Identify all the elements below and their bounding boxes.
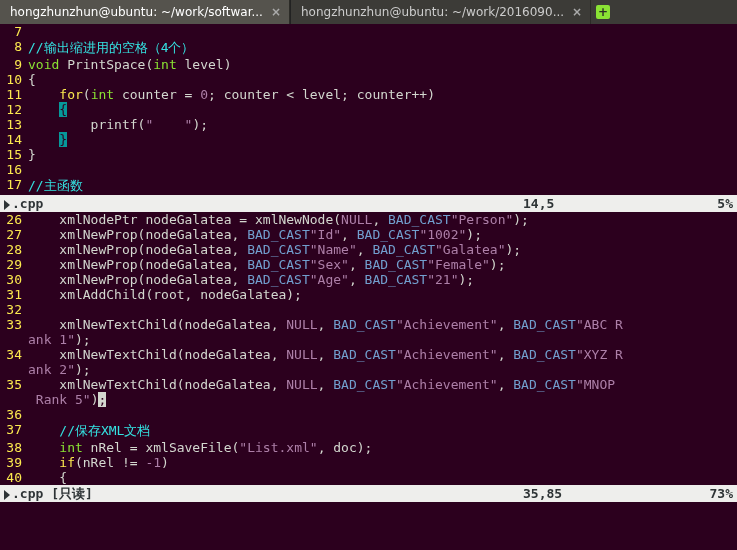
code-text: void PrintSpace(int level) bbox=[28, 57, 737, 72]
line-number: 32 bbox=[0, 302, 28, 317]
code-text: ank 1"); bbox=[28, 332, 737, 347]
status-filename: .cpp bbox=[12, 196, 43, 211]
line-number bbox=[0, 392, 28, 407]
editor-pane-top[interactable]: 78//输出缩进用的空格（4个）9void PrintSpace(int lev… bbox=[0, 24, 737, 195]
line-number: 13 bbox=[0, 117, 28, 132]
code-line: 10{ bbox=[0, 72, 737, 87]
line-number: 40 bbox=[0, 470, 28, 485]
line-number: 8 bbox=[0, 39, 28, 57]
code-line: 31 xmlAddChild(root, nodeGalatea); bbox=[0, 287, 737, 302]
line-number: 12 bbox=[0, 102, 28, 117]
line-number: 30 bbox=[0, 272, 28, 287]
code-line: 28 xmlNewProp(nodeGalatea, BAD_CAST"Name… bbox=[0, 242, 737, 257]
code-line: 37 //保存XML文档 bbox=[0, 422, 737, 440]
code-line: 9void PrintSpace(int level) bbox=[0, 57, 737, 72]
line-number: 7 bbox=[0, 24, 28, 39]
code-line: 40 { bbox=[0, 470, 737, 485]
status-scroll-pct: 73% bbox=[693, 485, 733, 502]
code-line: Rank 5"); bbox=[0, 392, 737, 407]
code-text: { bbox=[28, 102, 737, 117]
code-line: 36 bbox=[0, 407, 737, 422]
code-text: xmlNewProp(nodeGalatea, BAD_CAST"Sex", B… bbox=[28, 257, 737, 272]
code-text: xmlNewTextChild(nodeGalatea, NULL, BAD_C… bbox=[28, 317, 737, 332]
line-number: 26 bbox=[0, 212, 28, 227]
line-number: 11 bbox=[0, 87, 28, 102]
code-text: xmlAddChild(root, nodeGalatea); bbox=[28, 287, 737, 302]
terminal-tab-2[interactable]: hongzhunzhun@ubuntu: ~/work/2016090... × bbox=[291, 0, 591, 24]
code-text: xmlNewProp(nodeGalatea, BAD_CAST"Name", … bbox=[28, 242, 737, 257]
code-line: 15} bbox=[0, 147, 737, 162]
code-line: 17//主函数 bbox=[0, 177, 737, 195]
line-number: 34 bbox=[0, 347, 28, 362]
status-scroll-pct: 5% bbox=[693, 195, 733, 212]
code-text: xmlNewProp(nodeGalatea, BAD_CAST"Id", BA… bbox=[28, 227, 737, 242]
line-number: 29 bbox=[0, 257, 28, 272]
code-line: 16 bbox=[0, 162, 737, 177]
status-cursor-pos: 35,85 bbox=[523, 485, 693, 502]
arrow-right-icon bbox=[4, 490, 10, 500]
status-filename: .cpp bbox=[12, 486, 43, 501]
code-text: xmlNodePtr nodeGalatea = xmlNewNode(NULL… bbox=[28, 212, 737, 227]
code-line: 39 if(nRel != -1) bbox=[0, 455, 737, 470]
code-line: 27 xmlNewProp(nodeGalatea, BAD_CAST"Id",… bbox=[0, 227, 737, 242]
code-line: 13 printf(" "); bbox=[0, 117, 737, 132]
code-line: 38 int nRel = xmlSaveFile("List.xml", do… bbox=[0, 440, 737, 455]
code-text: //保存XML文档 bbox=[28, 422, 737, 440]
line-number: 31 bbox=[0, 287, 28, 302]
code-line: 26 xmlNodePtr nodeGalatea = xmlNewNode(N… bbox=[0, 212, 737, 227]
code-text: printf(" "); bbox=[28, 117, 737, 132]
line-number: 28 bbox=[0, 242, 28, 257]
code-line: ank 1"); bbox=[0, 332, 737, 347]
code-text: xmlNewProp(nodeGalatea, BAD_CAST"Age", B… bbox=[28, 272, 737, 287]
line-number: 37 bbox=[0, 422, 28, 440]
code-line: 33 xmlNewTextChild(nodeGalatea, NULL, BA… bbox=[0, 317, 737, 332]
line-number: 16 bbox=[0, 162, 28, 177]
code-line: 8//输出缩进用的空格（4个） bbox=[0, 39, 737, 57]
terminal-tab-1[interactable]: hongzhunzhun@ubuntu: ~/work/softwar... × bbox=[0, 0, 290, 24]
code-line: 35 xmlNewTextChild(nodeGalatea, NULL, BA… bbox=[0, 377, 737, 392]
code-line: 7 bbox=[0, 24, 737, 39]
code-text: xmlNewTextChild(nodeGalatea, NULL, BAD_C… bbox=[28, 377, 737, 392]
code-text: { bbox=[28, 470, 737, 485]
line-number: 9 bbox=[0, 57, 28, 72]
code-text: } bbox=[28, 147, 737, 162]
code-text: { bbox=[28, 72, 737, 87]
line-number: 10 bbox=[0, 72, 28, 87]
code-text: } bbox=[28, 132, 737, 147]
close-icon[interactable]: × bbox=[269, 5, 283, 19]
terminal-tab-bar: hongzhunzhun@ubuntu: ~/work/softwar... ×… bbox=[0, 0, 737, 24]
code-line: 11 for(int counter = 0; counter < level;… bbox=[0, 87, 737, 102]
line-number: 36 bbox=[0, 407, 28, 422]
statusline-bottom: .cpp [只读] 35,85 73% bbox=[0, 485, 737, 502]
code-text: int nRel = xmlSaveFile("List.xml", doc); bbox=[28, 440, 737, 455]
code-text: for(int counter = 0; counter < level; co… bbox=[28, 87, 737, 102]
code-line: 30 xmlNewProp(nodeGalatea, BAD_CAST"Age"… bbox=[0, 272, 737, 287]
line-number: 35 bbox=[0, 377, 28, 392]
editor-pane-bottom[interactable]: 26 xmlNodePtr nodeGalatea = xmlNewNode(N… bbox=[0, 212, 737, 485]
line-number: 38 bbox=[0, 440, 28, 455]
code-line: 12 { bbox=[0, 102, 737, 117]
line-number: 33 bbox=[0, 317, 28, 332]
status-readonly: [只读] bbox=[43, 486, 92, 501]
code-line: 29 xmlNewProp(nodeGalatea, BAD_CAST"Sex"… bbox=[0, 257, 737, 272]
close-icon[interactable]: × bbox=[570, 5, 584, 19]
new-tab-button[interactable]: + bbox=[591, 0, 615, 24]
arrow-right-icon bbox=[4, 200, 10, 210]
line-number: 15 bbox=[0, 147, 28, 162]
line-number: 17 bbox=[0, 177, 28, 195]
code-text: //输出缩进用的空格（4个） bbox=[28, 39, 737, 57]
code-text: Rank 5"); bbox=[28, 392, 737, 407]
code-text bbox=[28, 162, 737, 177]
code-text bbox=[28, 302, 737, 317]
code-text: xmlNewTextChild(nodeGalatea, NULL, BAD_C… bbox=[28, 347, 737, 362]
line-number bbox=[0, 332, 28, 347]
line-number bbox=[0, 362, 28, 377]
code-line: 34 xmlNewTextChild(nodeGalatea, NULL, BA… bbox=[0, 347, 737, 362]
code-text bbox=[28, 24, 737, 39]
code-text bbox=[28, 407, 737, 422]
code-text: ank 2"); bbox=[28, 362, 737, 377]
tab-label: hongzhunzhun@ubuntu: ~/work/softwar... bbox=[10, 5, 263, 19]
code-line: ank 2"); bbox=[0, 362, 737, 377]
line-number: 39 bbox=[0, 455, 28, 470]
tab-label: hongzhunzhun@ubuntu: ~/work/2016090... bbox=[301, 5, 564, 19]
